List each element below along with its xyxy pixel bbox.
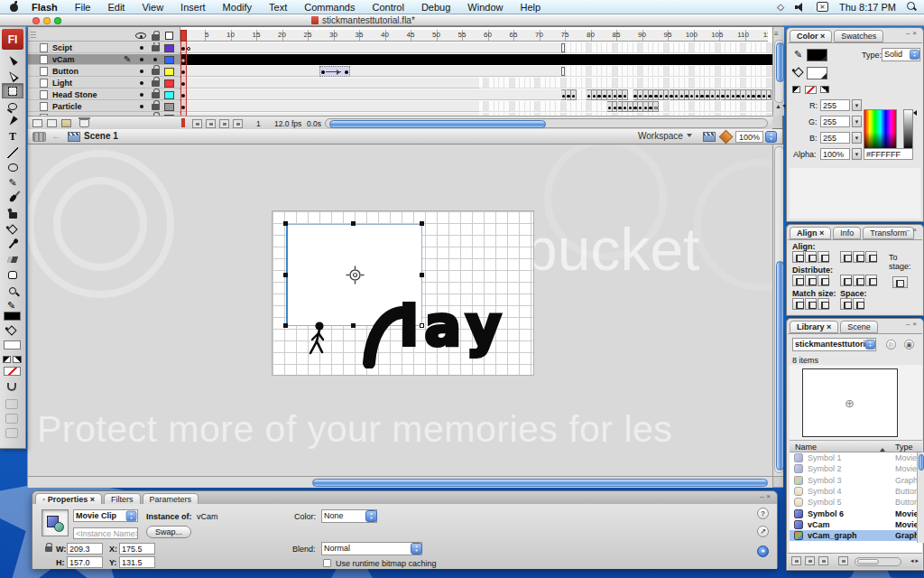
help-icon[interactable]: ? (757, 508, 769, 519)
menu-flash[interactable]: Flash (32, 2, 58, 13)
timeline-h-scrollbar[interactable] (325, 118, 768, 128)
delete-layer-button[interactable] (79, 119, 89, 127)
keyframe-cell[interactable] (623, 89, 628, 100)
g-slider-button[interactable]: ▼ (852, 116, 862, 127)
timeline-frames-row[interactable] (180, 89, 772, 100)
menu-insert[interactable]: Insert (180, 2, 206, 13)
tab-scene[interactable]: Scene (840, 321, 878, 333)
swap-colors-button[interactable] (13, 356, 22, 363)
name-column-header[interactable]: Name (795, 443, 817, 452)
selection-tool[interactable] (2, 52, 23, 68)
timeline-v-scroll-thumb[interactable] (776, 42, 784, 82)
library-row[interactable]: Symbol 4Button (790, 486, 917, 497)
subselection-tool[interactable] (2, 68, 23, 83)
match-both-button[interactable] (818, 298, 829, 310)
library-row[interactable]: Symbol 2Movie (790, 463, 917, 474)
swap-button[interactable]: Swap... (146, 526, 191, 538)
layer-outline-color[interactable] (164, 103, 174, 111)
selection-handle[interactable] (283, 323, 288, 328)
item-properties-button[interactable] (818, 556, 828, 565)
timeline-frames-row[interactable] (180, 101, 772, 112)
panel-window-controls[interactable]: –× (906, 226, 919, 234)
keyframe-cell[interactable] (653, 101, 659, 112)
y-input[interactable]: 131.5 (119, 556, 155, 568)
add-motion-guide-button[interactable] (47, 119, 57, 127)
selection-handle[interactable] (420, 221, 424, 226)
align-top-edge-button[interactable] (840, 251, 852, 263)
library-row[interactable]: vCam_graphGraph (790, 530, 917, 541)
apple-menu-icon[interactable] (9, 2, 19, 12)
show-hide-layers-icon[interactable] (135, 33, 146, 39)
selection-handle[interactable] (351, 323, 356, 328)
scene-name[interactable]: Scene 1 (84, 131, 118, 141)
x-input[interactable]: 175.5 (119, 543, 155, 555)
timeline-ruler[interactable]: 5101520253035404550556065707580859095100… (180, 30, 768, 42)
selection-handle[interactable] (283, 221, 288, 226)
constrain-lock-icon[interactable] (45, 546, 52, 552)
r-input[interactable]: 255 (820, 99, 850, 111)
selection-handle[interactable] (283, 273, 288, 277)
type-column-header[interactable]: Type (895, 443, 913, 452)
timeline-layer-row[interactable]: Scipt (28, 42, 180, 53)
window-titlebar[interactable]: stickmantesttutorial.fla* (0, 14, 924, 26)
layer-outline-color[interactable] (164, 68, 174, 76)
blend-stepper[interactable]: ▲ ▼ (411, 543, 422, 555)
frame-segment-span[interactable] (180, 66, 567, 77)
eyedropper-tool[interactable] (2, 237, 23, 252)
tab-library[interactable]: Library × (790, 321, 838, 333)
panel-window-controls[interactable]: –× (906, 29, 919, 37)
stroke-color-swatch[interactable] (4, 312, 21, 321)
distribute-left-button[interactable] (840, 275, 852, 286)
b-input[interactable]: 255 (820, 132, 850, 144)
layer-visible-dot[interactable] (140, 46, 143, 50)
default-colors-button[interactable] (3, 356, 11, 363)
layer-visible-dot[interactable] (140, 81, 143, 85)
color-style-stepper[interactable]: ▲ ▼ (365, 510, 377, 522)
layer-outline-color[interactable] (164, 79, 174, 88)
layer-unlocked-dot[interactable] (153, 58, 157, 61)
b-slider-button[interactable]: ▼ (852, 132, 862, 144)
instance-name-input[interactable]: <Instance Name> (73, 527, 138, 539)
volume-icon[interactable] (795, 3, 806, 12)
selection-handle[interactable] (351, 221, 356, 226)
timeline-layer-row[interactable]: Light (28, 78, 180, 89)
stage-zoom-stepper[interactable]: ▲ ▼ (765, 131, 777, 143)
layer-name[interactable]: Particle (52, 102, 82, 111)
library-row[interactable]: Symbol 1Movie (790, 452, 917, 463)
timeline-v-scrollbar[interactable]: ≡ ▲▼ (772, 27, 784, 116)
stage-v-scrollbar[interactable] (772, 144, 783, 476)
hand-tool[interactable] (2, 267, 23, 283)
back-arrow-icon[interactable]: ← (51, 130, 61, 141)
frame-rate-value[interactable]: 12.0 fps (274, 119, 301, 128)
menu-file[interactable]: File (75, 2, 91, 13)
timeline-frames-row[interactable] (180, 42, 772, 53)
library-v-scrollbar[interactable] (917, 452, 924, 543)
tool-option-button[interactable] (5, 414, 18, 424)
library-row[interactable]: Symbol 3Graph (790, 475, 917, 486)
menu-text[interactable]: Text (269, 2, 287, 13)
layer-name[interactable]: Scipt (52, 43, 72, 52)
space-vertical-button[interactable] (840, 298, 852, 310)
menu-debug[interactable]: Debug (421, 2, 450, 13)
center-frame-button[interactable] (192, 119, 202, 128)
zoom-window-button[interactable] (54, 17, 61, 24)
menu-control[interactable]: Control (372, 2, 403, 13)
minimize-window-button[interactable] (43, 17, 51, 24)
align-right-edge-button[interactable] (818, 251, 829, 263)
layer-visible-dot[interactable] (140, 93, 143, 97)
match-width-button[interactable] (792, 298, 804, 310)
star-badge-icon[interactable]: ✶ (757, 545, 769, 557)
library-item-name[interactable]: Symbol 3 (808, 476, 891, 485)
onion-skin-button[interactable] (206, 119, 216, 128)
menu-window[interactable]: Window (467, 2, 503, 13)
layer-outline-color[interactable] (164, 56, 174, 64)
frame-segment-span[interactable] (180, 101, 479, 112)
timeline-layer-row[interactable]: Head Stone (28, 89, 180, 100)
pin-library-icon[interactable]: ⚐ (886, 340, 896, 350)
menubar-clock[interactable]: Thu 8:17 PM (839, 2, 896, 13)
layer-lock-icon[interactable] (152, 80, 160, 87)
new-folder-button[interactable] (805, 556, 815, 565)
timeline-frames-row[interactable] (180, 54, 772, 65)
eraser-tool[interactable] (2, 252, 23, 267)
tool-option-button[interactable] (5, 428, 18, 438)
